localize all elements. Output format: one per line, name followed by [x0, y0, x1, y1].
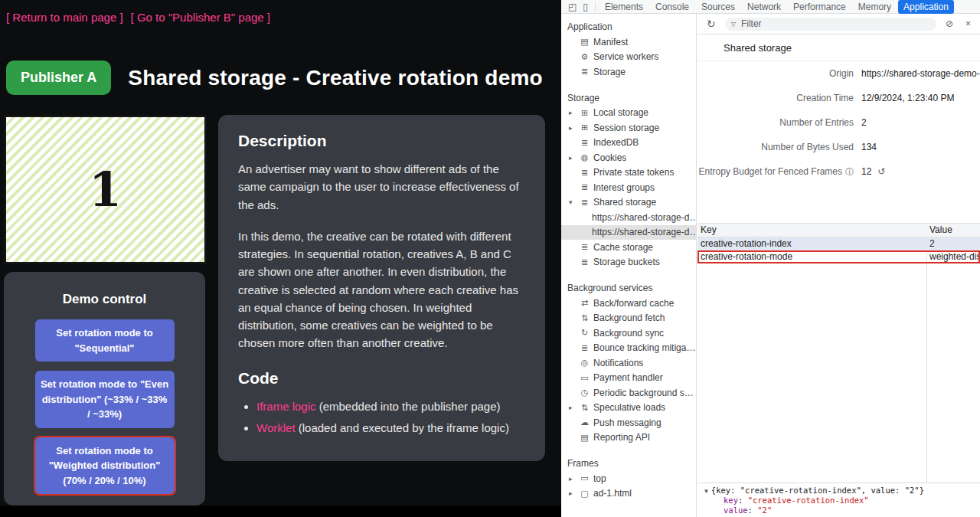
preview-value-value: "2" [757, 506, 772, 515]
code-list-item: Iframe logic (embedded into the publishe… [256, 398, 525, 415]
chevron-right-icon[interactable]: ▸ [569, 154, 573, 162]
page-icon: ▢ [580, 489, 590, 499]
sidebar-item-notifications[interactable]: ◎Notifications [561, 355, 696, 371]
sidebar-item-push-messaging[interactable]: ☁Push messaging [561, 415, 696, 430]
meta-row-creation-time: Creation Time 12/9/2024, 1:23:40 PM [697, 86, 980, 110]
sidebar-item-label: Background fetch [593, 312, 665, 323]
description-heading: Description [238, 132, 525, 150]
value-column-header[interactable]: Value [926, 224, 980, 237]
cell-key: creative-rotation-index [697, 237, 926, 250]
sidebar-item-payment-handler[interactable]: ▭Payment handler [561, 371, 696, 386]
iframe-logic-link[interactable]: Iframe logic [256, 400, 316, 413]
tab-memory[interactable]: Memory [853, 0, 897, 14]
description-paragraph-1: An advertiser may want to show different… [238, 160, 525, 214]
sidebar-section-title: Background services [561, 280, 696, 296]
chevron-right-icon[interactable]: ▸ [569, 475, 573, 483]
field-value-text: 12 [861, 166, 871, 177]
sidebar-item-periodic-background-s[interactable]: ◷Periodic background s… [561, 385, 696, 401]
devtools-tabbar: ◰ ▯ ElementsConsoleSourcesNetworkPerform… [561, 0, 980, 14]
code-heading: Code [238, 369, 525, 388]
key-column-header[interactable]: Key [697, 224, 926, 237]
close-icon[interactable]: × [962, 19, 974, 28]
sidebar-item-indexeddb[interactable]: ≣IndexedDB [561, 136, 696, 151]
sidebar-item-ad-1-html[interactable]: ▸▢ad-1.html [561, 486, 696, 502]
sidebar-item-service-workers[interactable]: ⚙Service workers [561, 50, 696, 65]
shared-storage-heading: Shared storage [697, 34, 980, 61]
expand-arrow-icon[interactable]: ▼ [704, 488, 708, 495]
sidebar-item-label: Back/forward cache [593, 298, 674, 309]
field-value: 12/9/2024, 1:23:40 PM [861, 93, 980, 103]
sidebar-item-label: Notifications [593, 358, 643, 368]
database-icon: ≣ [580, 242, 590, 252]
tab-sources[interactable]: Sources [696, 0, 740, 14]
tab-console[interactable]: Console [650, 0, 694, 14]
sidebar-item-local-storage[interactable]: ▸⊞Local storage [561, 106, 696, 121]
tab-performance[interactable]: Performance [788, 0, 851, 14]
publisher-badge: Publisher A [6, 61, 111, 95]
sidebar-item-cache-storage[interactable]: ≣Cache storage [561, 240, 696, 255]
sidebar-item-manifest[interactable]: ▤Manifest [561, 34, 696, 50]
preview-key-name: key [724, 496, 738, 505]
sidebar-item-top[interactable]: ▸▭top [561, 471, 696, 486]
chevron-right-icon[interactable]: ▸ [569, 124, 573, 132]
sidebar-item-label: Private state tokens [593, 167, 674, 178]
sidebar-item-back-forward-cache[interactable]: ⇄Back/forward cache [561, 296, 696, 311]
table-row-creative-rotation-mode[interactable]: creative-rotation-mode weighted-dist [697, 250, 980, 263]
sidebar-item-storage[interactable]: ≣Storage [561, 64, 696, 80]
cookie-icon: ◍ [580, 152, 590, 162]
table-icon: ⊞ [580, 108, 590, 118]
field-value: 2 [861, 117, 980, 128]
sidebar-item-background-fetch[interactable]: ⇅Background fetch [561, 311, 696, 326]
sidebar-section-frames: Frames▸▭top▸▢ad-1.html [561, 456, 696, 501]
sidebar-item-label: Background sync [593, 328, 664, 339]
sequential-rotation-button[interactable]: Set rotation mode to "Sequential" [35, 319, 175, 362]
sidebar-item-https-shared-storage-d[interactable]: https://shared-storage-d… [561, 225, 696, 241]
even-distribution-button[interactable]: Set rotation mode to "Even distribution"… [35, 371, 175, 428]
sidebar-item-background-sync[interactable]: ↻Background sync [561, 326, 696, 341]
devtools-tabs: ElementsConsoleSourcesNetworkPerformance… [599, 0, 980, 14]
sidebar-item-session-storage[interactable]: ▸⊞Session storage [561, 120, 696, 136]
reset-budget-icon[interactable]: ↺ [877, 166, 885, 177]
inspect-icon[interactable]: ◰ [565, 2, 580, 11]
meta-row-entropy-budget: Entropy Budget for Fenced Frames ⓘ 12 ↺ [697, 159, 980, 184]
tab-elements[interactable]: Elements [599, 0, 648, 14]
refresh-icon[interactable]: ↻ [704, 18, 719, 29]
device-toolbar-icon[interactable]: ▯ [580, 2, 591, 11]
sidebar-item-interest-groups[interactable]: ≣Interest groups [561, 180, 696, 195]
filter-input[interactable] [740, 18, 930, 30]
sidebar-item-private-state-tokens[interactable]: ≣Private state tokens [561, 165, 696, 181]
weighted-distribution-button[interactable]: Set rotation mode to "Weighted distribut… [35, 437, 175, 495]
page-title: Shared storage - Creative rotation demo [128, 66, 542, 90]
sidebar-item-label: https://shared-storage-d… [592, 212, 696, 223]
block-icon[interactable]: ⊘ [942, 19, 956, 28]
sidebar-item-reporting-api[interactable]: ▤Reporting API [561, 430, 696, 446]
code-list-item: Worklet (loaded and executed by the ifra… [256, 419, 525, 437]
chevron-right-icon[interactable]: ▸ [569, 489, 573, 497]
sidebar-section-title: Storage [561, 90, 696, 106]
return-main-page-link[interactable]: [ Return to main page ] [6, 11, 123, 24]
sidebar-item-https-shared-storage-d[interactable]: https://shared-storage-d… [561, 210, 696, 225]
preview-value-name: value [724, 506, 748, 515]
database-icon: ≣ [580, 257, 590, 267]
sidebar-item-shared-storage[interactable]: ▾≣Shared storage [561, 195, 696, 211]
sidebar-item-cookies[interactable]: ▸◍Cookies [561, 150, 696, 165]
sidebar-item-bounce-tracking-mitiga[interactable]: ≣Bounce tracking mitiga… [561, 341, 696, 356]
table-row-creative-rotation-index[interactable]: creative-rotation-index 2 [697, 237, 980, 250]
clock-icon: ◷ [580, 388, 590, 398]
devtools-panel: ◰ ▯ ElementsConsoleSourcesNetworkPerform… [561, 0, 980, 517]
chevron-down-icon[interactable]: ▾ [569, 198, 573, 206]
speculative-icon: ⇅ [580, 403, 590, 413]
sidebar-item-label: Reporting API [593, 432, 650, 443]
tab-network[interactable]: Network [742, 0, 786, 14]
tab-application[interactable]: Application [898, 0, 954, 14]
publisher-b-page-link[interactable]: [ Go to "Publisher B" page ] [131, 11, 270, 24]
chevron-right-icon[interactable]: ▸ [569, 404, 573, 411]
rotation-buttons: Set rotation mode to "Sequential" Set ro… [4, 319, 205, 494]
sidebar-item-storage-buckets[interactable]: ≣Storage buckets [561, 255, 696, 270]
sidebar-item-speculative-loads[interactable]: ▸⇅Speculative loads [561, 401, 696, 416]
worklet-link[interactable]: Worklet [256, 421, 296, 434]
service-workers-icon: ⚙ [580, 52, 590, 62]
database-icon: ≣ [580, 168, 590, 178]
chevron-right-icon[interactable]: ▸ [569, 109, 573, 116]
filter-box[interactable]: ▽ [725, 18, 936, 31]
